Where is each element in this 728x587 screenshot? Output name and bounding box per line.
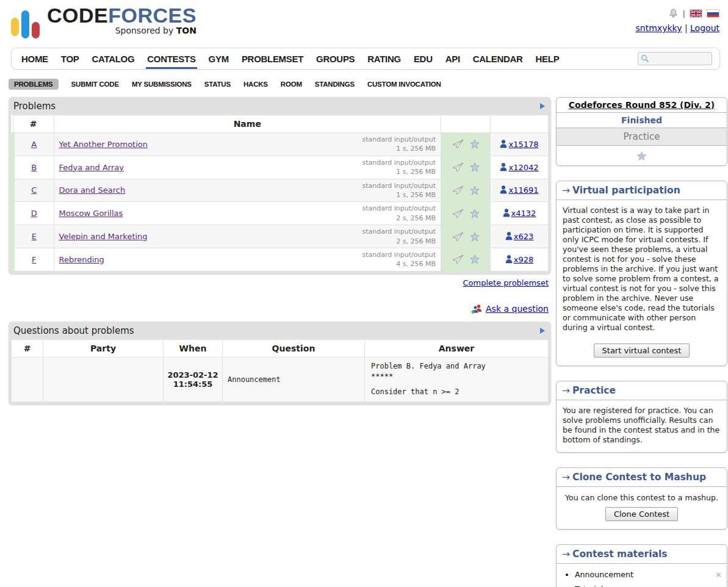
solved-count-link[interactable]: x15178 [508, 140, 538, 149]
problem-limits: 1 s, 256 MB [362, 190, 436, 200]
problem-index-link[interactable]: F [32, 255, 36, 264]
nav-item-help[interactable]: HELP [536, 49, 560, 68]
practice-box: →Practice You are registered for practic… [556, 381, 727, 453]
close-icon[interactable]: × [715, 570, 722, 579]
material-announcement-link[interactable]: Announcement [575, 570, 633, 579]
table-row: F Rebrending standard input/output4 s, 2… [13, 248, 549, 271]
caption-arrow-icon: → [562, 385, 570, 396]
subnav-problems[interactable]: PROBLEMS [9, 79, 59, 90]
solved-count-link[interactable]: x11691 [508, 185, 538, 195]
subnav-custom-invocation[interactable]: CUSTOM INVOCATION [367, 81, 441, 88]
questions-table: # Party When Question Answer 2023-02-12 … [11, 339, 549, 402]
subnav-submit-code[interactable]: SUBMIT CODE [71, 81, 119, 88]
complete-problemset-link[interactable]: Complete problemset [463, 278, 549, 287]
practice-text: You are registered for practice. You can… [557, 400, 727, 452]
solved-count-link[interactable]: x12042 [508, 163, 538, 172]
problem-io: standard input/output [362, 227, 436, 236]
submit-plane-icon[interactable] [452, 162, 464, 172]
nav-item-home[interactable]: HOME [21, 49, 48, 68]
logo-bar-red [32, 22, 40, 38]
subnav-standings[interactable]: STANDINGS [315, 81, 355, 88]
question-when: 2023-02-12 11:54:55 [164, 357, 223, 402]
submit-plane-icon[interactable] [452, 139, 464, 149]
problem-index-link[interactable]: D [31, 209, 37, 218]
nav-item-contests[interactable]: CONTESTS [147, 49, 195, 68]
problem-index-link[interactable]: E [32, 232, 37, 241]
username-link[interactable]: sntmxykky [636, 23, 682, 33]
contest-status: Finished [557, 113, 727, 128]
nav-item-problemset[interactable]: PROBLEMSET [242, 49, 303, 68]
virtual-title: Virtual participation [572, 185, 680, 196]
question-text: Announcement [223, 357, 365, 402]
submit-plane-icon[interactable] [452, 254, 464, 264]
favorite-star-icon[interactable] [470, 162, 480, 172]
contest-materials-box: →Contest materials Announcement× Tutoria… [556, 544, 727, 587]
clone-contest-button[interactable]: Clone Contest [605, 507, 678, 521]
logout-link[interactable]: Logout [690, 23, 719, 33]
contest-favorite-star-icon[interactable]: ★ [636, 148, 647, 163]
clone-contest-box: →Clone Contest to Mashup You can clone t… [556, 467, 727, 530]
table-row: B Fedya and Array standard input/output1… [13, 156, 549, 179]
favorite-star-icon[interactable] [470, 185, 480, 195]
favorite-star-icon[interactable] [470, 232, 480, 242]
search-input[interactable] [651, 54, 705, 63]
problems-expand-arrow-icon[interactable] [540, 103, 545, 109]
codeforces-logo[interactable]: CODEFORCES Sponsored by TON [11, 5, 196, 44]
problem-index-link[interactable]: C [31, 185, 37, 195]
ask-question-link[interactable]: Ask a question [486, 304, 549, 314]
nav-item-calendar[interactable]: CALENDAR [473, 49, 523, 68]
table-row: 2023-02-12 11:54:55 Announcement Problem… [12, 357, 549, 402]
problem-name-link[interactable]: Velepin and Marketing [59, 232, 148, 241]
close-icon[interactable]: × [715, 585, 722, 587]
solved-count-link[interactable]: x623 [514, 232, 534, 241]
nav-item-catalog[interactable]: CATALOG [92, 49, 134, 68]
header-separator: | [683, 9, 685, 18]
nav-item-groups[interactable]: GROUPS [316, 49, 355, 68]
solved-count-link[interactable]: x928 [514, 255, 534, 264]
ask-question-icon [470, 304, 483, 314]
nav-item-rating[interactable]: RATING [367, 49, 401, 68]
flag-uk-icon[interactable] [690, 9, 702, 18]
favorite-star-icon[interactable] [470, 209, 480, 218]
subnav-hacks[interactable]: HACKS [243, 81, 268, 88]
nav-item-api[interactable]: API [445, 49, 460, 68]
problem-limits: 1 s, 256 MB [362, 167, 436, 176]
solved-person-icon [505, 255, 513, 264]
solved-person-icon [500, 140, 507, 148]
subnav-room[interactable]: ROOM [281, 81, 302, 88]
problem-name-link[interactable]: Moscow Gorillas [59, 209, 123, 218]
subnav-my-submissions[interactable]: MY SUBMISSIONS [132, 81, 192, 88]
problem-limits: 2 s, 256 MB [362, 214, 436, 223]
search-box[interactable] [638, 52, 712, 65]
problem-io: standard input/output [362, 181, 436, 190]
question-answer: Problem B. Fedya and Array ***** Conside… [365, 357, 549, 402]
nav-item-top[interactable]: TOP [61, 49, 79, 68]
favorite-star-icon[interactable] [470, 254, 480, 264]
problem-name-link[interactable]: Yet Another Promotion [59, 140, 148, 149]
questions-table-container: Questions about problems # Party When Qu… [9, 322, 551, 405]
user-separator: | [685, 23, 688, 33]
logo-bars-icon [11, 7, 40, 39]
contest-title-link[interactable]: Codeforces Round 852 (Div. 2) [569, 100, 715, 110]
solved-count-link[interactable]: x4132 [511, 209, 536, 218]
submit-plane-icon[interactable] [452, 209, 464, 218]
q-col-answer: Answer [365, 339, 549, 357]
submit-plane-icon[interactable] [452, 185, 464, 195]
logo-code: CODE [47, 4, 108, 27]
subnav-status[interactable]: STATUS [204, 81, 231, 88]
logo-forces: FORCES [108, 4, 196, 27]
problem-name-link[interactable]: Dora and Search [59, 185, 126, 195]
problem-name-link[interactable]: Fedya and Array [59, 163, 124, 172]
bell-icon[interactable] [668, 9, 679, 18]
favorite-star-icon[interactable] [470, 139, 480, 149]
flag-ru-icon[interactable] [707, 9, 719, 18]
submit-plane-icon[interactable] [452, 232, 464, 242]
material-tutorial-link[interactable]: Tutorial [575, 585, 603, 587]
problem-index-link[interactable]: A [31, 140, 37, 149]
nav-item-edu[interactable]: EDU [414, 49, 433, 68]
problem-name-link[interactable]: Rebrending [59, 255, 104, 264]
nav-item-gym[interactable]: GYM [209, 49, 229, 68]
problem-index-link[interactable]: B [31, 163, 37, 172]
questions-expand-arrow-icon[interactable] [540, 328, 545, 334]
start-virtual-contest-button[interactable]: Start virtual contest [594, 344, 690, 358]
